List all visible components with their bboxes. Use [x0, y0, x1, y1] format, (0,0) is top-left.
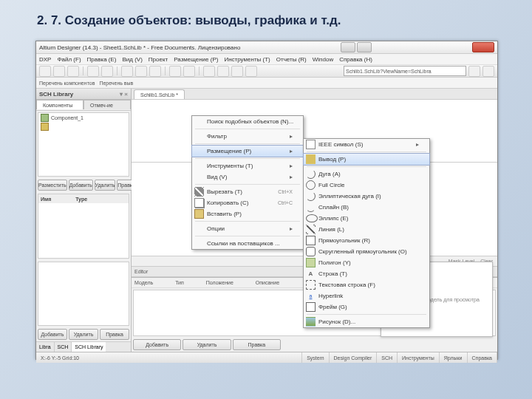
tool-misc3-icon[interactable] [231, 66, 243, 77]
shortcut-label: Ctrl+X [265, 189, 293, 194]
list-item[interactable]: Component_1 [38, 113, 129, 122]
tool-copy-icon[interactable] [135, 66, 147, 77]
menu-item[interactable]: Эллипс (E) [304, 213, 429, 224]
maximize-button[interactable] [357, 42, 372, 52]
menu-item[interactable]: Размещение (P)▸ [191, 145, 304, 157]
tool-nav1-icon[interactable] [468, 66, 480, 77]
tool-redo-icon[interactable] [183, 66, 195, 77]
img-icon [306, 317, 316, 327]
status-tools[interactable]: Инструменты [398, 352, 440, 363]
menu-item[interactable]: Линия (L) [304, 224, 429, 235]
path-box[interactable]: Schlib1.SchLib?ViewName=SchLibra [344, 66, 466, 76]
menu-item[interactable]: Текстовая строка (F) [304, 279, 429, 290]
menu-item[interactable]: Инструменты (T)▸ [192, 160, 303, 171]
tab-marking[interactable]: Отмеч-ие [83, 100, 131, 109]
aliases-list[interactable]: ИмяType [38, 194, 129, 258]
panel-header: SCH Library ▾ × [36, 89, 131, 100]
menu-item-label: Инструменты (T) [207, 163, 253, 169]
panel-close-icon[interactable]: ▾ × [120, 91, 128, 98]
tool-cut-icon[interactable] [121, 66, 133, 77]
footer-tab[interactable]: Libra [36, 342, 55, 352]
menu-edit[interactable]: Правка (E) [87, 56, 117, 63]
menu-item[interactable]: Прямоугольник (R) [304, 235, 429, 246]
tool-misc-icon[interactable] [203, 66, 215, 77]
circ-icon [306, 180, 316, 190]
menu-window[interactable]: Window [313, 56, 333, 63]
menu-item[interactable]: aHyperlink [304, 290, 429, 301]
menu-project[interactable]: Проект [149, 56, 168, 63]
menu-reports[interactable]: Отчеты (R) [276, 56, 307, 63]
add-button[interactable]: Добавить [38, 329, 67, 340]
menu-item[interactable]: Вид (V)▸ [192, 171, 303, 183]
tool-nav2-icon[interactable] [482, 66, 494, 77]
tool-paste-icon[interactable] [149, 66, 161, 77]
menu-item[interactable]: Full Circle [304, 180, 429, 191]
menu-item[interactable]: Скругленный прямоугольник (O) [304, 246, 429, 257]
tb2-item[interactable]: Перечень компонентов [39, 81, 95, 86]
tool-new-icon[interactable] [39, 66, 51, 77]
footer-tab[interactable]: SCH Library [72, 342, 106, 352]
add-button[interactable]: Добавить [133, 339, 181, 350]
menu-item[interactable]: Эллиптическая дуга (I) [304, 191, 429, 202]
minimize-button[interactable] [341, 42, 355, 52]
status-sch[interactable]: SCH [377, 352, 398, 363]
menu-item[interactable]: AСтрока (T) [304, 268, 429, 279]
tool-open-icon[interactable] [53, 66, 65, 77]
edit-button[interactable]: Правка [233, 339, 281, 350]
menu-dxp[interactable]: DXP [39, 56, 51, 63]
status-shortcuts[interactable]: Ярлыки [440, 352, 468, 363]
tab-components[interactable]: Компоненты [36, 100, 83, 109]
tool-print-icon[interactable] [87, 66, 99, 77]
menu-item[interactable]: Рисунок (D)... [304, 316, 429, 327]
delete-button[interactable]: Удалить [183, 339, 231, 350]
component-list[interactable]: Component_1 [38, 112, 129, 177]
tb2-item[interactable]: Перечень выв [99, 81, 133, 86]
menu-item[interactable]: Полигон (Y) [304, 257, 429, 268]
close-button[interactable] [472, 42, 494, 52]
menu-item[interactable]: Дуга (A) [304, 168, 429, 180]
menu-file[interactable]: Файл (F) [57, 56, 81, 63]
place-button[interactable]: Разместить [38, 180, 67, 191]
doc-tab[interactable]: Schlib1.SchLib * [134, 89, 185, 99]
col-model: Модель [134, 280, 153, 285]
menu-item-label: Строка (T) [318, 270, 347, 277]
menu-item[interactable]: Сплайн (B) [304, 202, 429, 213]
menu-item-label: Фрейм (G) [318, 304, 347, 310]
delete-button[interactable]: Удалить [95, 180, 116, 191]
menu-view[interactable]: Вид (V) [122, 56, 142, 63]
tool-misc4-icon[interactable] [245, 66, 257, 77]
status-help[interactable]: Справка [468, 352, 497, 363]
menu-item[interactable]: Копировать (C)Ctrl+C [192, 197, 303, 208]
menu-place[interactable]: Размещение (P) [174, 56, 218, 63]
menu-tools[interactable]: Инструменты (T) [224, 56, 270, 63]
edit-button[interactable]: Правка [100, 329, 129, 340]
status-system[interactable]: System [302, 352, 329, 363]
menu-item[interactable]: Поиск подобных объектов (N)... [192, 116, 303, 127]
tool-undo-icon[interactable] [169, 66, 181, 77]
menu-item[interactable]: Опции▸ [192, 223, 303, 234]
menu-help[interactable]: Справка (H) [339, 56, 372, 63]
pins-list[interactable] [38, 262, 129, 326]
menu-item[interactable]: IEEE символ (S)▸ [304, 139, 429, 150]
menu-item[interactable]: Ссылки на поставщиков ... [192, 238, 303, 249]
menu-item[interactable]: Вырезать (T)Ctrl+X [192, 186, 303, 197]
link-icon: a [306, 291, 316, 301]
paste-icon [194, 209, 204, 219]
status-compiler[interactable]: Design Compiler [330, 352, 378, 363]
footer-tab[interactable]: SCH [55, 342, 72, 352]
add-button[interactable]: Добавить [69, 180, 93, 191]
menu-item-label: Дуга (A) [318, 171, 341, 177]
col-type: Тип [175, 280, 184, 285]
tool-save-icon[interactable] [67, 66, 79, 77]
menu-item[interactable]: Вставить (P) [192, 208, 303, 219]
menu-item[interactable]: Вывод (P) [303, 153, 430, 166]
poly-icon [306, 258, 316, 267]
menu-item[interactable]: Фрейм (G) [304, 301, 429, 313]
delete-button[interactable]: Удалить [69, 329, 98, 340]
menu-item[interactable]: Фильтр▸ [192, 131, 303, 142]
list-item[interactable] [38, 122, 129, 131]
main-toolbar: Schlib1.SchLib?ViewName=SchLibra [36, 65, 497, 78]
tool-zoom-icon[interactable] [101, 66, 113, 77]
line-icon [306, 225, 316, 234]
tool-misc2-icon[interactable] [217, 66, 229, 77]
